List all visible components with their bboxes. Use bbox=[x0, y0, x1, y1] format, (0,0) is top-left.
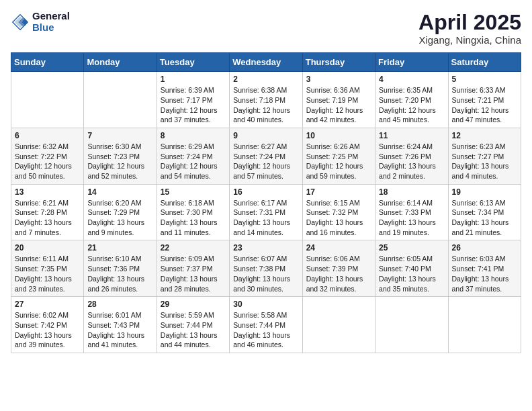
calendar-cell: 27Sunrise: 6:02 AM Sunset: 7:42 PM Dayli… bbox=[11, 297, 84, 353]
title-area: April 2025 Xigang, Ningxia, China bbox=[418, 11, 521, 46]
day-number: 23 bbox=[233, 243, 298, 253]
calendar-week-row: 13Sunrise: 6:21 AM Sunset: 7:28 PM Dayli… bbox=[11, 184, 521, 240]
calendar-cell: 2Sunrise: 6:38 AM Sunset: 7:18 PM Daylig… bbox=[230, 72, 302, 128]
day-info: Sunrise: 6:09 AM Sunset: 7:37 PM Dayligh… bbox=[161, 254, 226, 293]
day-info: Sunrise: 6:07 AM Sunset: 7:38 PM Dayligh… bbox=[233, 254, 298, 293]
day-info: Sunrise: 6:02 AM Sunset: 7:42 PM Dayligh… bbox=[15, 310, 80, 350]
calendar-cell: 21Sunrise: 6:10 AM Sunset: 7:36 PM Dayli… bbox=[84, 240, 157, 297]
weekday-header-row: SundayMondayTuesdayWednesdayThursdayFrid… bbox=[11, 53, 521, 72]
calendar-week-row: 20Sunrise: 6:11 AM Sunset: 7:35 PM Dayli… bbox=[11, 240, 521, 297]
day-number: 3 bbox=[306, 75, 371, 84]
weekday-header: Tuesday bbox=[157, 53, 229, 72]
day-number: 13 bbox=[15, 187, 80, 197]
day-number: 10 bbox=[306, 131, 371, 140]
calendar-cell: 19Sunrise: 6:13 AM Sunset: 7:34 PM Dayli… bbox=[448, 184, 521, 240]
day-info: Sunrise: 6:15 AM Sunset: 7:32 PM Dayligh… bbox=[306, 198, 371, 238]
day-info: Sunrise: 6:30 AM Sunset: 7:23 PM Dayligh… bbox=[87, 142, 152, 181]
day-number: 19 bbox=[452, 187, 517, 197]
calendar-cell: 10Sunrise: 6:26 AM Sunset: 7:25 PM Dayli… bbox=[302, 128, 375, 184]
location-title: Xigang, Ningxia, China bbox=[418, 34, 521, 46]
day-info: Sunrise: 6:23 AM Sunset: 7:27 PM Dayligh… bbox=[452, 142, 517, 181]
calendar-cell bbox=[448, 297, 521, 353]
calendar-cell: 14Sunrise: 6:20 AM Sunset: 7:29 PM Dayli… bbox=[84, 184, 157, 240]
calendar-cell: 12Sunrise: 6:23 AM Sunset: 7:27 PM Dayli… bbox=[448, 128, 521, 184]
calendar-cell: 6Sunrise: 6:32 AM Sunset: 7:22 PM Daylig… bbox=[11, 128, 84, 184]
calendar-cell: 15Sunrise: 6:18 AM Sunset: 7:30 PM Dayli… bbox=[157, 184, 229, 240]
calendar-cell bbox=[11, 72, 84, 128]
day-number: 1 bbox=[161, 75, 226, 84]
day-number: 30 bbox=[233, 300, 298, 309]
day-number: 7 bbox=[87, 131, 152, 140]
logo-icon bbox=[11, 13, 30, 32]
calendar-cell: 22Sunrise: 6:09 AM Sunset: 7:37 PM Dayli… bbox=[157, 240, 229, 297]
day-info: Sunrise: 6:01 AM Sunset: 7:43 PM Dayligh… bbox=[87, 310, 152, 350]
calendar-cell: 4Sunrise: 6:35 AM Sunset: 7:20 PM Daylig… bbox=[375, 72, 448, 128]
day-number: 8 bbox=[161, 131, 226, 140]
logo-blue-text: Blue bbox=[32, 22, 70, 34]
weekday-header: Sunday bbox=[11, 53, 84, 72]
calendar-cell: 16Sunrise: 6:17 AM Sunset: 7:31 PM Dayli… bbox=[230, 184, 302, 240]
day-info: Sunrise: 6:17 AM Sunset: 7:31 PM Dayligh… bbox=[233, 198, 298, 238]
day-info: Sunrise: 6:38 AM Sunset: 7:18 PM Dayligh… bbox=[233, 85, 298, 125]
day-info: Sunrise: 6:05 AM Sunset: 7:40 PM Dayligh… bbox=[379, 254, 444, 293]
calendar-cell: 29Sunrise: 5:59 AM Sunset: 7:44 PM Dayli… bbox=[157, 297, 229, 353]
day-info: Sunrise: 6:33 AM Sunset: 7:21 PM Dayligh… bbox=[452, 85, 517, 125]
weekday-header: Thursday bbox=[302, 53, 375, 72]
day-number: 22 bbox=[161, 243, 226, 253]
calendar-table: SundayMondayTuesdayWednesdayThursdayFrid… bbox=[11, 52, 521, 353]
day-info: Sunrise: 6:29 AM Sunset: 7:24 PM Dayligh… bbox=[161, 142, 226, 181]
weekday-header: Monday bbox=[84, 53, 157, 72]
weekday-header: Friday bbox=[375, 53, 448, 72]
day-info: Sunrise: 6:32 AM Sunset: 7:22 PM Dayligh… bbox=[15, 142, 80, 181]
day-info: Sunrise: 6:39 AM Sunset: 7:17 PM Dayligh… bbox=[161, 85, 226, 125]
day-info: Sunrise: 6:27 AM Sunset: 7:24 PM Dayligh… bbox=[233, 142, 298, 181]
day-number: 12 bbox=[452, 131, 517, 140]
calendar-cell: 28Sunrise: 6:01 AM Sunset: 7:43 PM Dayli… bbox=[84, 297, 157, 353]
calendar-cell: 20Sunrise: 6:11 AM Sunset: 7:35 PM Dayli… bbox=[11, 240, 84, 297]
header: General Blue April 2025 Xigang, Ningxia,… bbox=[11, 11, 521, 46]
calendar-week-row: 6Sunrise: 6:32 AM Sunset: 7:22 PM Daylig… bbox=[11, 128, 521, 184]
day-number: 16 bbox=[233, 187, 298, 197]
day-number: 29 bbox=[161, 300, 226, 309]
calendar-cell: 9Sunrise: 6:27 AM Sunset: 7:24 PM Daylig… bbox=[230, 128, 302, 184]
day-info: Sunrise: 5:58 AM Sunset: 7:44 PM Dayligh… bbox=[233, 310, 298, 350]
day-number: 11 bbox=[379, 131, 444, 140]
calendar-cell: 1Sunrise: 6:39 AM Sunset: 7:17 PM Daylig… bbox=[157, 72, 229, 128]
day-number: 21 bbox=[87, 243, 152, 253]
day-number: 24 bbox=[306, 243, 371, 253]
calendar-cell: 11Sunrise: 6:24 AM Sunset: 7:26 PM Dayli… bbox=[375, 128, 448, 184]
calendar-cell bbox=[302, 297, 375, 353]
calendar-cell: 5Sunrise: 6:33 AM Sunset: 7:21 PM Daylig… bbox=[448, 72, 521, 128]
calendar-cell: 25Sunrise: 6:05 AM Sunset: 7:40 PM Dayli… bbox=[375, 240, 448, 297]
weekday-header: Wednesday bbox=[230, 53, 302, 72]
day-number: 27 bbox=[15, 300, 80, 309]
calendar-week-row: 27Sunrise: 6:02 AM Sunset: 7:42 PM Dayli… bbox=[11, 297, 521, 353]
day-info: Sunrise: 6:06 AM Sunset: 7:39 PM Dayligh… bbox=[306, 254, 371, 293]
day-info: Sunrise: 6:14 AM Sunset: 7:33 PM Dayligh… bbox=[379, 198, 444, 238]
calendar-cell: 30Sunrise: 5:58 AM Sunset: 7:44 PM Dayli… bbox=[230, 297, 302, 353]
day-number: 9 bbox=[233, 131, 298, 140]
day-number: 15 bbox=[161, 187, 226, 197]
weekday-header: Saturday bbox=[448, 53, 521, 72]
day-info: Sunrise: 6:03 AM Sunset: 7:41 PM Dayligh… bbox=[452, 254, 517, 293]
day-number: 18 bbox=[379, 187, 444, 197]
day-info: Sunrise: 6:11 AM Sunset: 7:35 PM Dayligh… bbox=[15, 254, 80, 293]
calendar-cell: 23Sunrise: 6:07 AM Sunset: 7:38 PM Dayli… bbox=[230, 240, 302, 297]
day-info: Sunrise: 6:20 AM Sunset: 7:29 PM Dayligh… bbox=[87, 198, 152, 238]
day-info: Sunrise: 6:24 AM Sunset: 7:26 PM Dayligh… bbox=[379, 142, 444, 181]
day-info: Sunrise: 6:13 AM Sunset: 7:34 PM Dayligh… bbox=[452, 198, 517, 238]
day-number: 26 bbox=[452, 243, 517, 253]
calendar-cell: 8Sunrise: 6:29 AM Sunset: 7:24 PM Daylig… bbox=[157, 128, 229, 184]
month-title: April 2025 bbox=[418, 11, 521, 34]
day-info: Sunrise: 6:21 AM Sunset: 7:28 PM Dayligh… bbox=[15, 198, 80, 238]
day-info: Sunrise: 6:35 AM Sunset: 7:20 PM Dayligh… bbox=[379, 85, 444, 125]
logo-general-text: General bbox=[32, 11, 70, 22]
calendar-cell: 24Sunrise: 6:06 AM Sunset: 7:39 PM Dayli… bbox=[302, 240, 375, 297]
day-number: 4 bbox=[379, 75, 444, 84]
day-number: 2 bbox=[233, 75, 298, 84]
day-info: Sunrise: 6:26 AM Sunset: 7:25 PM Dayligh… bbox=[306, 142, 371, 181]
day-info: Sunrise: 6:18 AM Sunset: 7:30 PM Dayligh… bbox=[161, 198, 226, 238]
logo-text: General Blue bbox=[32, 11, 70, 33]
calendar-cell: 17Sunrise: 6:15 AM Sunset: 7:32 PM Dayli… bbox=[302, 184, 375, 240]
calendar-cell bbox=[375, 297, 448, 353]
